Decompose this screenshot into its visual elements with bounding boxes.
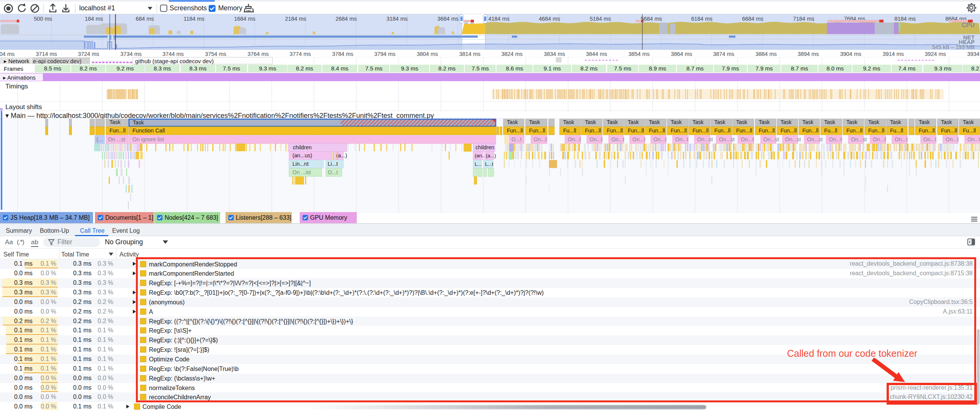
svg-text:Fun...ll: Fun...ll bbox=[693, 127, 709, 134]
svg-text:Task: Task bbox=[868, 119, 880, 125]
svg-text:Task: Task bbox=[507, 119, 518, 125]
svg-text:Task: Task bbox=[109, 119, 121, 125]
svg-text:L...t: L...t bbox=[485, 161, 493, 167]
svg-text:On ...ist: On ...ist bbox=[292, 169, 311, 175]
svg-text:Task: Task bbox=[802, 119, 814, 125]
svg-text:Fun...ll: Fun...ll bbox=[109, 127, 126, 134]
svg-text:O...t: O...t bbox=[328, 169, 338, 175]
svg-text:On...t: On...t bbox=[829, 136, 842, 142]
svg-text:On...t: On...t bbox=[895, 136, 908, 142]
svg-text:On...st: On...st bbox=[763, 136, 779, 142]
svg-text:Fun...ll: Fun...ll bbox=[607, 127, 623, 134]
svg-text:On ignore list: On ignore list bbox=[132, 136, 164, 142]
svg-text:Task: Task bbox=[919, 119, 930, 125]
svg-text:Fun...ll: Fun...ll bbox=[919, 127, 935, 134]
svg-text:children: children bbox=[475, 144, 494, 150]
svg-text:Task: Task bbox=[628, 119, 639, 125]
svg-text:On...st: On...st bbox=[697, 136, 713, 142]
svg-text:Fun...ll: Fun...ll bbox=[941, 127, 957, 134]
svg-text:Fu...ll: Fu...ll bbox=[890, 127, 903, 134]
svg-text:L...: L... bbox=[475, 161, 482, 167]
svg-text:Task: Task bbox=[941, 119, 952, 125]
svg-text:On...st: On...st bbox=[785, 136, 801, 142]
svg-text:(an...: (an... bbox=[475, 153, 486, 158]
svg-text:On...st: On...st bbox=[807, 136, 823, 142]
svg-text:(a...): (a...) bbox=[486, 153, 496, 158]
svg-text:Fu...ll: Fu...ll bbox=[563, 127, 576, 134]
svg-text:Task: Task bbox=[693, 119, 704, 125]
svg-text:On...t: On...t bbox=[534, 136, 547, 142]
svg-text:Fun...ll: Fun...ll bbox=[714, 127, 730, 134]
svg-text:Fun...ll: Fun...ll bbox=[736, 127, 752, 134]
svg-text:Fun...ll: Fun...ll bbox=[671, 127, 687, 134]
svg-text:Fun...ll: Fun...ll bbox=[649, 127, 665, 134]
svg-text:Li...t: Li...t bbox=[328, 161, 338, 167]
svg-text:Task: Task bbox=[781, 119, 792, 125]
svg-text:Fun...ll: Fun...ll bbox=[781, 127, 797, 134]
svg-text:Fun...ll: Fun...ll bbox=[846, 127, 862, 134]
svg-text:On...t: On...t bbox=[632, 136, 645, 142]
svg-text:Task: Task bbox=[671, 119, 682, 125]
svg-text:Task: Task bbox=[585, 119, 596, 125]
svg-text:Fun...ll: Fun...ll bbox=[585, 127, 601, 134]
svg-text:Task: Task bbox=[133, 119, 144, 126]
svg-text:On...t: On...t bbox=[923, 136, 936, 142]
svg-text:Task: Task bbox=[846, 119, 858, 125]
svg-text:Fun...ll: Fun...ll bbox=[759, 127, 775, 134]
svg-text:Fun...ll: Fun...ll bbox=[802, 127, 818, 134]
svg-text:Lin...nt: Lin...nt bbox=[292, 161, 309, 167]
svg-text:Fun...ll: Fun...ll bbox=[868, 127, 884, 134]
svg-text:(...: (... bbox=[96, 136, 103, 142]
svg-text:Task: Task bbox=[563, 119, 575, 125]
svg-text:Fun...ll: Fun...ll bbox=[529, 127, 545, 134]
svg-text:On...t: On...t bbox=[675, 136, 688, 142]
svg-text:Task: Task bbox=[963, 119, 974, 125]
svg-text:Fu...ll: Fu...ll bbox=[963, 127, 976, 134]
svg-text:On...t: On...t bbox=[741, 136, 754, 142]
svg-text:Task: Task bbox=[649, 119, 660, 125]
svg-text:Task: Task bbox=[714, 119, 726, 125]
svg-text:(an...us): (an...us) bbox=[292, 152, 312, 158]
svg-text:On...t: On...t bbox=[590, 136, 603, 142]
svg-text:Task: Task bbox=[529, 119, 541, 125]
svg-text:Fu...ll: Fu...ll bbox=[824, 127, 837, 134]
svg-text:On...t: On...t bbox=[568, 136, 581, 142]
svg-text:Task: Task bbox=[824, 119, 836, 125]
svg-text:On ...st: On ...st bbox=[108, 136, 125, 142]
svg-text:Task: Task bbox=[890, 119, 902, 125]
svg-text:Fun...ll: Fun...ll bbox=[628, 127, 644, 134]
svg-text:Task: Task bbox=[759, 119, 770, 125]
svg-text:On...t: On...t bbox=[946, 136, 959, 142]
svg-text:Function Call: Function Call bbox=[132, 127, 165, 134]
svg-text:On...t: On...t bbox=[653, 136, 666, 142]
svg-text:On...st: On...st bbox=[851, 136, 867, 142]
svg-text:On...t: On...t bbox=[967, 136, 980, 142]
svg-text:children: children bbox=[293, 144, 312, 150]
svg-text:On...t: On...t bbox=[611, 136, 624, 142]
svg-text:Task: Task bbox=[607, 119, 618, 125]
svg-text:O...t: O...t bbox=[511, 136, 522, 142]
svg-text:Fun...ll: Fun...ll bbox=[507, 127, 523, 134]
svg-text:Task: Task bbox=[736, 119, 748, 125]
svg-text:On...t: On...t bbox=[873, 136, 886, 142]
svg-text:On...st: On...st bbox=[719, 136, 735, 142]
